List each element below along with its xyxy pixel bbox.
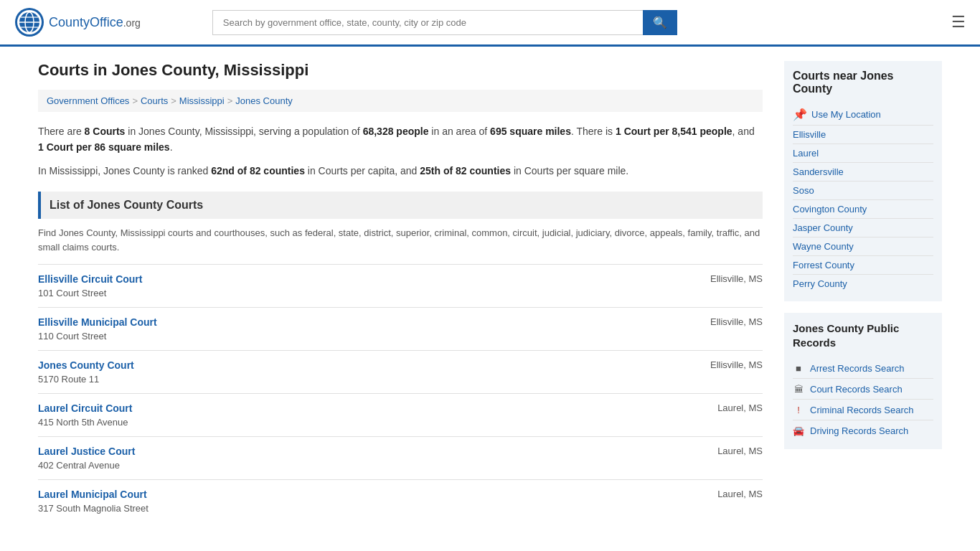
court-address: 101 Court Street bbox=[38, 288, 106, 298]
court-info: Ellisville Circuit Court 101 Court Stree… bbox=[38, 273, 142, 298]
breadcrumb-sep-2: > bbox=[171, 95, 176, 106]
court-list: Ellisville Circuit Court 101 Court Stree… bbox=[38, 264, 763, 522]
search-button[interactable]: 🔍 bbox=[643, 10, 677, 35]
court-address: 415 North 5th Avenue bbox=[38, 417, 128, 428]
record-link-label: Court Records Search bbox=[810, 384, 903, 395]
nearby-section: Courts near Jones County 📌 Use My Locati… bbox=[784, 61, 942, 301]
breadcrumb-item-ms[interactable]: Mississippi bbox=[179, 95, 225, 106]
nearby-link[interactable]: Ellisville bbox=[793, 126, 933, 144]
breadcrumb-item-gov[interactable]: Government Offices bbox=[47, 95, 129, 106]
main-container: Courts in Jones County, Mississippi Gove… bbox=[24, 47, 956, 537]
court-item: Jones County Court 5170 Route 11 Ellisvi… bbox=[38, 350, 763, 393]
court-location: Ellisville, MS bbox=[710, 273, 763, 284]
court-location: Ellisville, MS bbox=[710, 359, 763, 370]
page-title: Courts in Jones County, Mississippi bbox=[38, 61, 763, 80]
nearby-links-container: EllisvilleLaurelSandersvilleSosoCovingto… bbox=[793, 126, 933, 293]
court-info: Laurel Municipal Court 317 South Magnoli… bbox=[38, 489, 149, 514]
breadcrumb-sep-1: > bbox=[132, 95, 138, 106]
court-item: Ellisville Circuit Court 101 Court Stree… bbox=[38, 264, 763, 307]
description-para1: There are 8 Courts in Jones County, Miss… bbox=[38, 123, 763, 156]
records-links-container: ■Arrest Records Search🏛Court Records Sea… bbox=[793, 358, 933, 441]
header: CountyOffice.org 🔍 ☰ bbox=[0, 0, 980, 47]
nearby-link[interactable]: Forrest County bbox=[793, 256, 933, 275]
record-link-label: Arrest Records Search bbox=[810, 363, 905, 374]
court-info: Jones County Court 5170 Route 11 bbox=[38, 359, 134, 385]
search-area: 🔍 bbox=[212, 10, 930, 35]
court-location: Laurel, MS bbox=[717, 446, 763, 456]
court-location: Laurel, MS bbox=[717, 489, 763, 499]
court-name-link[interactable]: Laurel Justice Court bbox=[38, 446, 135, 457]
court-location: Ellisville, MS bbox=[710, 316, 763, 327]
court-item: Laurel Justice Court 402 Central Avenue … bbox=[38, 436, 763, 479]
list-section-desc: Find Jones County, Mississippi courts an… bbox=[38, 226, 763, 254]
court-item: Laurel Municipal Court 317 South Magnoli… bbox=[38, 479, 763, 522]
search-input[interactable] bbox=[212, 10, 643, 35]
record-link[interactable]: 🏛Court Records Search bbox=[793, 379, 933, 400]
court-address: 5170 Route 11 bbox=[38, 374, 99, 385]
description-para2: In Mississippi, Jones County is ranked 6… bbox=[38, 163, 763, 179]
court-name-link[interactable]: Ellisville Municipal Court bbox=[38, 316, 157, 328]
logo-link[interactable]: CountyOffice.org bbox=[14, 7, 141, 37]
logo-text: CountyOffice.org bbox=[49, 15, 141, 30]
records-section: Jones County Public Records ■Arrest Reco… bbox=[784, 313, 942, 449]
court-info: Laurel Justice Court 402 Central Avenue bbox=[38, 446, 135, 471]
nearby-link[interactable]: Sandersville bbox=[793, 163, 933, 182]
driving-icon: 🚘 bbox=[793, 425, 804, 436]
court-name-link[interactable]: Ellisville Circuit Court bbox=[38, 273, 142, 285]
court-name-link[interactable]: Laurel Municipal Court bbox=[38, 489, 149, 500]
nearby-link[interactable]: Soso bbox=[793, 182, 933, 200]
logo-icon bbox=[14, 7, 44, 37]
nearby-link[interactable]: Covington County bbox=[793, 200, 933, 219]
record-link[interactable]: ■Arrest Records Search bbox=[793, 358, 933, 379]
nearby-title: Courts near Jones County bbox=[793, 70, 933, 95]
nearby-link[interactable]: Jasper County bbox=[793, 219, 933, 237]
court-address: 402 Central Avenue bbox=[38, 460, 120, 471]
court-address: 110 Court Street bbox=[38, 331, 106, 342]
court-info: Laurel Circuit Court 415 North 5th Avenu… bbox=[38, 402, 132, 428]
court-info: Ellisville Municipal Court 110 Court Str… bbox=[38, 316, 157, 342]
location-pin-icon: 📌 bbox=[793, 108, 807, 121]
arrest-icon: ■ bbox=[793, 362, 804, 374]
record-link[interactable]: 🚘Driving Records Search bbox=[793, 420, 933, 441]
records-title: Jones County Public Records bbox=[793, 321, 933, 349]
breadcrumb-sep-3: > bbox=[227, 95, 233, 106]
court-item: Laurel Circuit Court 415 North 5th Avenu… bbox=[38, 393, 763, 436]
nearby-link[interactable]: Perry County bbox=[793, 275, 933, 293]
use-location-label: Use My Location bbox=[811, 109, 881, 120]
nearby-link[interactable]: Wayne County bbox=[793, 237, 933, 256]
court-name-link[interactable]: Jones County Court bbox=[38, 359, 134, 371]
record-link[interactable]: !Criminal Records Search bbox=[793, 400, 933, 420]
court-name-link[interactable]: Laurel Circuit Court bbox=[38, 402, 132, 414]
court-icon: 🏛 bbox=[793, 383, 804, 395]
record-link-label: Driving Records Search bbox=[810, 425, 908, 436]
court-item: Ellisville Municipal Court 110 Court Str… bbox=[38, 307, 763, 350]
criminal-icon: ! bbox=[793, 404, 804, 415]
nearby-link[interactable]: Laurel bbox=[793, 144, 933, 163]
content-area: Courts in Jones County, Mississippi Gove… bbox=[38, 61, 763, 522]
record-link-label: Criminal Records Search bbox=[810, 405, 914, 415]
menu-icon[interactable]: ☰ bbox=[951, 13, 966, 32]
court-location: Laurel, MS bbox=[717, 402, 763, 413]
sidebar: Courts near Jones County 📌 Use My Locati… bbox=[784, 61, 942, 522]
court-address: 317 South Magnolia Street bbox=[38, 503, 149, 514]
list-section-title: List of Jones County Courts bbox=[38, 192, 763, 219]
use-location-link[interactable]: 📌 Use My Location bbox=[793, 104, 933, 126]
breadcrumb-item-courts[interactable]: Courts bbox=[141, 95, 168, 106]
breadcrumb-item-jones[interactable]: Jones County bbox=[235, 95, 293, 106]
breadcrumb: Government Offices > Courts > Mississipp… bbox=[38, 90, 763, 112]
